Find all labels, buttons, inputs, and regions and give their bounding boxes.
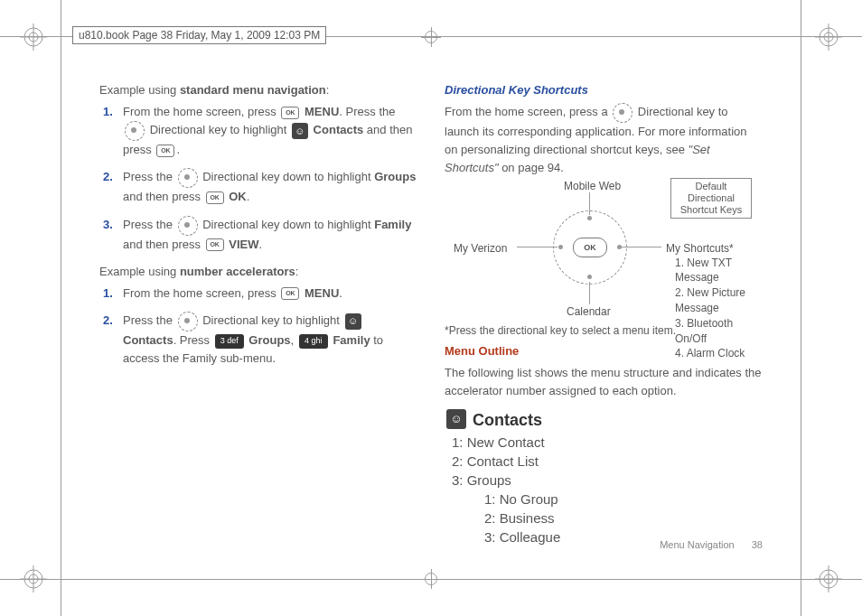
text: and then press bbox=[123, 238, 204, 251]
menu-outline-intro: The following list shows the menu struct… bbox=[445, 364, 763, 400]
registration-mark-icon bbox=[815, 23, 842, 51]
contacts-icon: ☺ bbox=[446, 409, 466, 429]
contacts-list: 1: New Contact 2: Contact List 3: Groups… bbox=[452, 433, 763, 546]
registration-mark-icon bbox=[20, 23, 47, 51]
example2-intro: Example using number accelerators: bbox=[99, 263, 417, 281]
left-column: Example using standard menu navigation: … bbox=[99, 81, 417, 553]
default-keys-box: Default Directional Shortcut Keys bbox=[670, 178, 752, 219]
step-3: Press the Directional key down to highli… bbox=[123, 216, 417, 254]
directional-key-icon bbox=[178, 312, 198, 331]
text: : bbox=[326, 83, 330, 97]
directional-key-icon bbox=[613, 103, 632, 123]
steps-list-1: From the home screen, press OK MENU. Pre… bbox=[99, 103, 417, 254]
ok-key-icon: OK bbox=[156, 145, 174, 157]
directional-key-icon bbox=[178, 216, 198, 236]
list-item: 3. Bluetooth On/Off bbox=[675, 316, 752, 347]
list-item: 4. Alarm Clock bbox=[675, 346, 752, 361]
directional-key-icon bbox=[178, 168, 198, 188]
list-item: 2: Business bbox=[484, 509, 763, 527]
text: on page 94. bbox=[499, 161, 564, 174]
list-item: 1: New Contact bbox=[452, 433, 763, 452]
connector-line bbox=[621, 247, 661, 247]
text: OK bbox=[229, 190, 247, 203]
label-right: My Shortcuts* bbox=[666, 240, 734, 257]
text: Directional key down to highlight bbox=[200, 218, 375, 231]
step-2: Press the Directional key to highlight ☺… bbox=[123, 312, 417, 368]
connector-line bbox=[517, 247, 557, 247]
list-item: 2: Contact List bbox=[452, 452, 763, 471]
keypad-3-icon: 3 def bbox=[215, 334, 244, 349]
text: Directional key to highlight bbox=[200, 313, 343, 327]
text: Example using bbox=[99, 83, 180, 97]
text: From the home screen, press bbox=[123, 105, 279, 118]
step-1: From the home screen, press OK MENU. bbox=[123, 285, 417, 303]
right-column: Directional Key Shortcuts From the home … bbox=[445, 81, 763, 553]
text: number accelerators bbox=[180, 265, 295, 278]
footer-page-number: 38 bbox=[752, 539, 763, 550]
label-bottom: Calendar bbox=[567, 303, 611, 321]
text: Family bbox=[333, 333, 370, 347]
connector-line bbox=[589, 192, 590, 215]
list-item: 1. New TXT Message bbox=[675, 256, 752, 286]
dot-icon bbox=[587, 216, 592, 220]
text: Contacts bbox=[123, 333, 173, 347]
text: Contacts bbox=[314, 124, 364, 137]
dot-icon bbox=[587, 275, 592, 279]
registration-mark-icon bbox=[815, 565, 842, 593]
dot-icon bbox=[558, 245, 563, 249]
text: Contacts bbox=[473, 411, 542, 429]
text: Shortcut Keys bbox=[680, 204, 742, 215]
directional-intro: From the home screen, press a Directiona… bbox=[445, 103, 763, 177]
contacts-icon: ☺ bbox=[292, 123, 308, 139]
text: Press the bbox=[123, 218, 176, 231]
text: . Press bbox=[173, 333, 213, 347]
text: Press the bbox=[123, 313, 176, 327]
ok-key-icon: OK bbox=[206, 191, 224, 204]
page-footer: Menu Navigation 38 bbox=[660, 537, 763, 553]
list-item: 3: Groups bbox=[452, 471, 763, 490]
registration-cross-icon bbox=[421, 569, 441, 589]
text: MENU bbox=[305, 286, 339, 300]
ok-key-icon: OK bbox=[206, 238, 224, 251]
example1-intro: Example using standard menu navigation: bbox=[99, 81, 417, 99]
step-2: Press the Directional key down to highli… bbox=[123, 168, 417, 206]
dpad-icon: OK bbox=[553, 210, 627, 285]
text: Press the bbox=[123, 171, 176, 184]
text: , bbox=[291, 333, 297, 347]
text: VIEW bbox=[229, 238, 258, 251]
text: Groups bbox=[374, 171, 416, 184]
list-item: 2. New Picture Message bbox=[675, 285, 752, 316]
steps-list-2: From the home screen, press OK MENU. Pre… bbox=[99, 285, 417, 368]
ok-button-icon: OK bbox=[573, 238, 607, 257]
contacts-icon: ☺ bbox=[345, 313, 361, 330]
directional-key-icon bbox=[125, 121, 145, 141]
text: From the home screen, press a bbox=[445, 106, 611, 119]
text: . Press the bbox=[339, 105, 395, 118]
ok-key-icon: OK bbox=[281, 287, 299, 300]
contacts-heading: ☺ Contacts bbox=[445, 408, 763, 434]
heading-directional-shortcuts: Directional Key Shortcuts bbox=[445, 81, 763, 99]
directional-diagram: OK Mobile Web Calendar My Verizon My Sho… bbox=[445, 183, 752, 319]
text: : bbox=[295, 265, 299, 278]
footer-section: Menu Navigation bbox=[660, 539, 735, 550]
label-left: My Verizon bbox=[454, 240, 507, 257]
label-top: Mobile Web bbox=[564, 178, 621, 195]
text: Example using bbox=[99, 265, 180, 278]
connector-line bbox=[589, 282, 590, 304]
list-item: 1: No Group bbox=[484, 490, 763, 509]
text: Default Directional bbox=[688, 181, 735, 203]
crop-line bbox=[61, 0, 61, 616]
text: . bbox=[247, 190, 250, 203]
registration-mark-icon bbox=[20, 565, 47, 593]
text: Directional key to highlight bbox=[150, 124, 290, 137]
text: . bbox=[258, 238, 262, 251]
crop-line bbox=[801, 0, 801, 616]
text: MENU bbox=[305, 105, 339, 118]
keypad-4-icon: 4 ghi bbox=[299, 334, 328, 349]
text: . bbox=[176, 143, 180, 156]
shortcuts-list: 1. New TXT Message 2. New Picture Messag… bbox=[675, 256, 752, 362]
text: and then press bbox=[123, 190, 204, 203]
text: . bbox=[339, 286, 342, 300]
text: From the home screen, press bbox=[123, 286, 279, 300]
ok-key-icon: OK bbox=[281, 107, 299, 119]
